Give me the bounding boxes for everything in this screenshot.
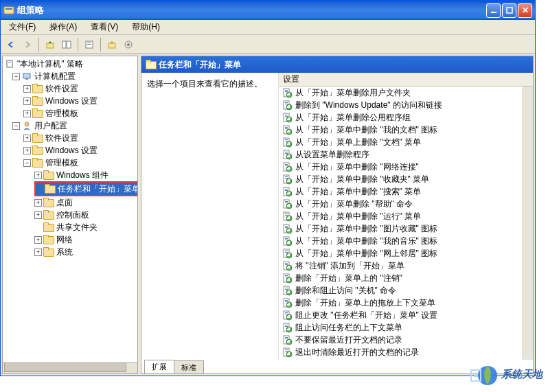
menu-file[interactable]: 文件(F) <box>5 20 40 34</box>
setting-item[interactable]: 从「开始」菜单中删除 "运行" 菜单 <box>279 210 533 222</box>
vertical-scrollbar[interactable] <box>522 87 533 360</box>
setting-item[interactable]: 从「开始」菜单上删除 "文档" 菜单 <box>279 136 533 148</box>
minimize-button[interactable] <box>486 3 501 18</box>
setting-label: 删除到 "Windows Update" 的访问和链接 <box>295 100 442 111</box>
menu-action[interactable]: 操作(A) <box>45 20 81 34</box>
expand-icon[interactable]: + <box>34 172 42 179</box>
tree-system[interactable]: +系统 <box>4 246 136 258</box>
setting-item[interactable]: 阻止访问任务栏的上下文菜单 <box>279 321 533 334</box>
tree-label: 任务栏和「开始」菜单 <box>58 183 138 195</box>
tree-computer-config[interactable]: −计算机配置 <box>4 70 136 82</box>
svg-rect-20 <box>285 91 288 92</box>
tree-pane[interactable]: "本地计算机" 策略 −计算机配置 +软件设置 +Windows 设置 +管理模… <box>2 56 138 374</box>
tree-user-config[interactable]: −用户配置 <box>4 119 136 132</box>
setting-item[interactable]: 从「开始」菜单中删除 "我的音乐" 图标 <box>279 235 533 247</box>
setting-item[interactable]: 从「开始」菜单中删除 "搜索" 菜单 <box>279 185 533 198</box>
expand-icon[interactable]: + <box>23 97 31 105</box>
svg-rect-67 <box>285 189 288 189</box>
menu-view[interactable]: 查看(V) <box>87 20 122 34</box>
tree-control-panel[interactable]: +控制面板 <box>4 209 136 221</box>
setting-item[interactable]: 将 "注销" 添加到「开始」菜单 <box>279 260 533 272</box>
tree-shared-folders[interactable]: 共享文件夹 <box>4 221 136 233</box>
policy-setting-icon <box>282 100 293 111</box>
svg-rect-113 <box>287 279 290 281</box>
setting-item[interactable]: 从「开始」菜单删除公用程序组 <box>279 111 533 124</box>
forward-button[interactable] <box>20 37 35 52</box>
tree-admin-user[interactable]: −管理模板 <box>4 157 136 169</box>
back-button[interactable] <box>3 37 19 52</box>
collapse-icon[interactable]: − <box>23 159 31 167</box>
toolbar-separator <box>78 38 78 51</box>
up-button[interactable] <box>43 37 58 52</box>
setting-item[interactable]: 从设置菜单删除程序 <box>279 148 533 161</box>
titlebar[interactable]: 组策略 ✕ <box>1 1 535 20</box>
setting-item[interactable]: 删除「开始」菜单上的拖放上下文菜单 <box>279 297 533 309</box>
tree-taskbar-start[interactable]: 任务栏和「开始」菜单 <box>36 183 138 195</box>
tree-admin-templates[interactable]: +管理模板 <box>4 107 136 119</box>
app-icon <box>3 5 14 16</box>
svg-rect-95 <box>287 242 290 244</box>
svg-rect-145 <box>285 349 288 350</box>
tree-software-user[interactable]: +软件设置 <box>4 132 136 144</box>
expand-icon[interactable]: + <box>23 135 31 142</box>
tree-network[interactable]: +网络 <box>4 233 136 246</box>
close-button[interactable]: ✕ <box>518 3 532 18</box>
svg-rect-23 <box>287 94 290 95</box>
svg-rect-89 <box>287 230 290 231</box>
tab-standard[interactable]: 标准 <box>174 360 204 374</box>
svg-rect-50 <box>285 153 288 154</box>
gp-window: 组策略 ✕ 文件(F) 操作(A) 查看(V) 帮助(H) "本地计算机" 策略… <box>0 0 536 376</box>
svg-rect-16 <box>25 78 28 80</box>
setting-item[interactable]: 阻止更改 "任务栏和「开始」菜单" 设置 <box>279 309 533 321</box>
settings-list[interactable]: 从「开始」菜单删除用户文件夹删除到 "Windows Update" 的访问和链… <box>279 87 533 360</box>
setting-item[interactable]: 删除「开始」菜单上的 "注销" <box>279 272 533 284</box>
setting-item[interactable]: 从「开始」菜单中删除 "网络连接" <box>279 161 533 173</box>
expand-icon[interactable]: + <box>34 249 42 256</box>
tree-label: 软件设置 <box>45 83 78 95</box>
folder-icon <box>32 96 43 106</box>
setting-item[interactable]: 从「开始」菜单中删除 "图片收藏" 图标 <box>279 222 533 235</box>
setting-item[interactable]: 从「开始」菜单中删除 "我的文档" 图标 <box>279 124 533 136</box>
tree-root[interactable]: "本地计算机" 策略 <box>4 58 136 70</box>
menu-help[interactable]: 帮助(H) <box>128 20 164 34</box>
expand-icon[interactable]: + <box>34 199 42 207</box>
setting-item[interactable]: 退出时清除最近打开的文档的记录 <box>279 346 533 358</box>
policy-setting-icon <box>282 198 293 209</box>
svg-rect-73 <box>285 201 288 202</box>
tree-windows-settings[interactable]: +Windows 设置 <box>4 95 136 107</box>
setting-item[interactable]: 不要保留最近打开文档的记录 <box>279 334 533 346</box>
column-header-setting[interactable]: 设置 <box>279 73 533 87</box>
setting-label: 从「开始」菜单中删除 "网上邻居" 图标 <box>295 248 437 260</box>
setting-item[interactable]: 从「开始」菜单删除 "帮助" 命令 <box>279 198 533 210</box>
collapse-icon[interactable]: − <box>12 122 20 130</box>
setting-item[interactable]: 从「开始」菜单删除用户文件夹 <box>279 87 533 99</box>
expand-icon[interactable]: + <box>23 110 31 117</box>
setting-item[interactable]: 删除和阻止访问 "关机" 命令 <box>279 284 533 297</box>
collapse-icon[interactable]: − <box>12 73 20 80</box>
setting-item[interactable]: 从「开始」菜单中删除 "网上邻居" 图标 <box>279 247 533 260</box>
tree-win-components[interactable]: +Windows 组件 <box>4 169 136 181</box>
expand-icon[interactable]: + <box>34 236 42 244</box>
setting-item[interactable]: 删除到 "Windows Update" 的访问和链接 <box>279 99 533 111</box>
expand-icon[interactable]: + <box>23 85 31 93</box>
expand-icon[interactable]: + <box>23 147 31 154</box>
tree-windows-user[interactable]: +Windows 设置 <box>4 144 136 157</box>
tab-extended[interactable]: 扩展 <box>144 360 174 373</box>
filter-button[interactable] <box>121 37 136 52</box>
policy-setting-icon <box>282 322 293 333</box>
policy-tree: "本地计算机" 策略 −计算机配置 +软件设置 +Windows 设置 +管理模… <box>3 56 137 260</box>
export-button[interactable] <box>104 37 119 52</box>
horizontal-scrollbar[interactable] <box>3 362 137 373</box>
show-hide-tree-button[interactable] <box>59 37 74 52</box>
setting-item[interactable]: 从「开始」菜单中删除 "收藏夹" 菜单 <box>279 173 533 185</box>
properties-button[interactable] <box>82 37 97 52</box>
expand-icon[interactable]: + <box>34 211 42 219</box>
folder-icon <box>43 170 54 180</box>
svg-rect-26 <box>285 104 288 104</box>
setting-label: 从「开始」菜单中删除 "运行" 菜单 <box>295 211 421 222</box>
tree-software[interactable]: +软件设置 <box>4 82 136 95</box>
description-panel: 选择一个项目来查看它的描述。 <box>141 73 279 360</box>
svg-rect-41 <box>287 131 290 132</box>
tree-desktop[interactable]: +桌面 <box>4 196 136 209</box>
maximize-button[interactable] <box>502 3 516 18</box>
